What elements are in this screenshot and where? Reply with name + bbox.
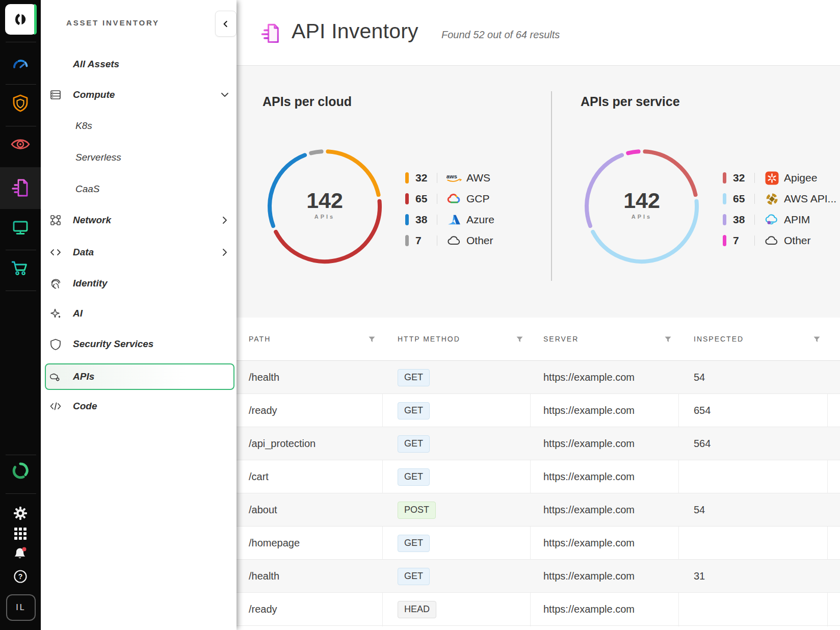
code-brackets-icon — [49, 400, 62, 412]
legend-label: AWS — [466, 172, 490, 184]
shield-protection-icon[interactable] — [0, 91, 41, 116]
column-header-http-method[interactable]: HTTP METHOD — [398, 335, 460, 343]
apim-cloud-icon — [764, 213, 780, 226]
legend-color-bar — [723, 172, 726, 183]
filter-icon[interactable] — [369, 336, 375, 343]
legend-color-bar — [405, 214, 409, 225]
code-brackets-icon — [49, 246, 62, 258]
chart-title-apis-per-cloud: APIs per cloud — [262, 94, 352, 109]
shield-icon — [49, 338, 62, 350]
legend-item-apim[interactable]: 38 APIM — [723, 212, 810, 228]
gcp-icon — [446, 192, 462, 205]
legend-item-azure[interactable]: 38 Azure — [405, 212, 494, 228]
rail-divider — [6, 493, 36, 494]
column-header-path[interactable]: PATH — [249, 335, 271, 343]
sidebar-item-caas[interactable]: CaaS — [41, 179, 237, 199]
notifications-bell-icon[interactable] — [0, 541, 41, 566]
legend-color-bar — [723, 214, 726, 225]
legend-item-aws-api-gateway[interactable]: 65 AWS API... — [723, 191, 836, 207]
visibility-eye-icon[interactable] — [0, 132, 41, 157]
table-row[interactable]: /health GET https://example.com 54 — [237, 361, 840, 394]
filter-icon[interactable] — [813, 336, 820, 343]
filter-icon[interactable] — [665, 336, 671, 343]
sidebar-item-label: K8s — [75, 120, 92, 132]
rail-divider — [6, 291, 36, 291]
sidebar-item-security-services[interactable]: Security Services — [41, 334, 237, 354]
sidebar-item-network[interactable]: Network — [41, 210, 237, 230]
api-document-icon-selected[interactable] — [0, 167, 41, 209]
workloads-monitor-icon[interactable] — [0, 215, 41, 240]
chevron-right-icon[interactable] — [219, 215, 230, 226]
legend-item-apigee[interactable]: 32 Apigee — [723, 170, 817, 186]
legend-value: 32 — [415, 172, 437, 184]
legend-separator — [754, 173, 755, 183]
app-icon-rail: ? IL — [0, 0, 41, 630]
supply-chain-cart-icon[interactable] — [0, 255, 41, 281]
method-badge: GET — [398, 369, 430, 386]
chevron-right-icon[interactable] — [219, 247, 230, 258]
sidebar-item-label: Compute — [73, 89, 115, 100]
rail-divider — [6, 126, 36, 126]
donut-chart-apis-per-cloud[interactable] — [265, 146, 385, 267]
cell-method: GET — [398, 560, 430, 593]
legend-item-other-service[interactable]: 7 Other — [723, 232, 811, 249]
table-row[interactable]: /ready HEAD https://example.com — [237, 593, 840, 626]
fingerprint-icon — [49, 277, 62, 290]
column-header-inspected[interactable]: INSPECTED — [694, 335, 744, 343]
cell-method: POST — [398, 493, 436, 527]
sidebar-item-apis[interactable]: APIs — [41, 366, 237, 387]
sidebar-item-identity[interactable]: Identity — [41, 273, 237, 294]
sidebar-item-code[interactable]: Code — [41, 396, 237, 416]
compute-server-icon — [49, 89, 62, 101]
chevron-down-icon[interactable] — [219, 89, 230, 100]
cell-method: GET — [398, 427, 430, 460]
table-row[interactable]: /homepage GET https://example.com — [237, 527, 840, 560]
table-row[interactable]: /health GET https://example.com 31 — [237, 560, 840, 593]
sync-ring-icon[interactable] — [0, 458, 41, 483]
cell-inspected: 564 — [694, 427, 711, 460]
cell-path: /api_protection — [249, 427, 316, 460]
table-row[interactable]: /cart GET https://example.com — [237, 460, 840, 493]
table-row[interactable]: /about POST https://example.com 54 — [237, 493, 840, 527]
legend-label: Other — [784, 234, 811, 247]
donut-chart-apis-per-service[interactable] — [582, 146, 702, 267]
legend-item-gcp[interactable]: 65 GCP — [405, 191, 490, 207]
table-header: PATH HTTP METHOD SERVER INSPECTED — [237, 318, 840, 361]
azure-icon — [446, 213, 462, 226]
filter-icon[interactable] — [516, 336, 523, 343]
sidebar-collapse-button[interactable] — [215, 11, 237, 37]
sidebar-item-ai[interactable]: AI — [41, 303, 237, 324]
app-logo[interactable] — [5, 4, 37, 35]
sidebar-item-all-assets[interactable]: All Assets — [41, 54, 237, 74]
sidebar-item-k8s[interactable]: K8s — [41, 116, 237, 136]
legend-value: 65 — [415, 193, 437, 205]
legend-label: GCP — [466, 193, 490, 205]
dashboard-gauge-icon[interactable] — [0, 51, 41, 77]
legend-color-bar — [405, 172, 409, 183]
sidebar-item-serverless[interactable]: Serverless — [41, 147, 237, 168]
cloud-outline-icon — [764, 234, 780, 247]
help-question-icon[interactable]: ? — [0, 564, 41, 589]
table-row[interactable]: /ready GET https://example.com 654 — [237, 394, 840, 427]
sidebar-item-label: Code — [73, 401, 97, 412]
legend-separator — [754, 215, 755, 225]
sidebar-item-data[interactable]: Data — [41, 242, 237, 262]
column-header-server[interactable]: SERVER — [543, 335, 579, 343]
method-badge: GET — [398, 535, 430, 552]
legend-item-other-cloud[interactable]: 7 Other — [405, 232, 493, 249]
user-avatar[interactable]: IL — [6, 594, 36, 621]
cell-method: GET — [398, 394, 430, 427]
cell-server: https://example.com — [543, 394, 635, 427]
table-row[interactable]: /api_protection GET https://example.com … — [237, 427, 840, 460]
legend-item-aws[interactable]: 32 aws AWS — [405, 170, 490, 186]
cell-inspected: 54 — [694, 361, 705, 394]
sidebar-item-compute[interactable]: Compute — [41, 85, 237, 105]
legend-separator — [437, 235, 437, 246]
sidebar-item-label: Data — [73, 247, 94, 258]
aws-icon: aws — [446, 171, 462, 185]
chart-title-apis-per-service: APIs per service — [581, 94, 680, 109]
legend-value: 38 — [733, 214, 754, 226]
api-table: PATH HTTP METHOD SERVER INSPECTED /healt… — [237, 318, 840, 626]
legend-label: APIM — [784, 214, 810, 226]
cell-path: /health — [249, 560, 279, 593]
